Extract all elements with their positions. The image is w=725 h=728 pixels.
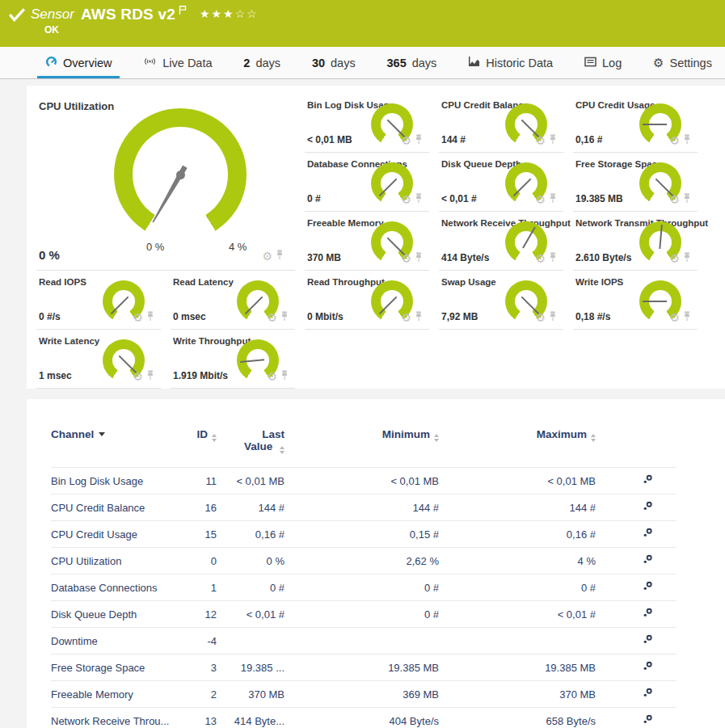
channel-panel[interactable]: Freeable Memory370 MB⚙ bbox=[305, 212, 429, 271]
pin-icon[interactable] bbox=[549, 251, 557, 266]
channel-settings-icon[interactable] bbox=[596, 494, 677, 521]
channel-panel[interactable]: Read Latency0 msec⚙ bbox=[171, 271, 295, 330]
tab-label: days bbox=[412, 57, 437, 69]
gear-icon[interactable]: ⚙ bbox=[262, 250, 272, 262]
channel-panel[interactable]: CPU Credit Balance144 #⚙ bbox=[439, 94, 563, 153]
channel-settings-icon[interactable] bbox=[596, 548, 677, 574]
gear-icon[interactable]: ⚙ bbox=[535, 312, 546, 323]
pin-icon[interactable] bbox=[146, 369, 154, 384]
tab-365-days[interactable]: 365days bbox=[382, 47, 442, 78]
channel-id-cell: 16 bbox=[172, 494, 217, 521]
gear-icon[interactable]: ⚙ bbox=[401, 194, 411, 205]
tab-live-data[interactable]: Live Data bbox=[138, 47, 217, 78]
tab-historic-data[interactable]: Historic Data bbox=[463, 47, 558, 78]
channel-name-cell[interactable]: CPU Credit Usage bbox=[51, 521, 172, 548]
pin-icon[interactable] bbox=[415, 192, 423, 207]
priority-flag-icon[interactable] bbox=[179, 4, 187, 19]
channel-name-cell[interactable]: Freeable Memory bbox=[51, 681, 172, 708]
gear-icon[interactable]: ⚙ bbox=[133, 312, 143, 323]
tab-label: Settings bbox=[670, 57, 712, 69]
gear-icon[interactable]: ⚙ bbox=[133, 371, 143, 382]
channel-settings-icon[interactable] bbox=[596, 654, 677, 681]
channel-name-cell[interactable]: CPU Credit Balance bbox=[51, 494, 172, 521]
priority-star-rating[interactable]: ★★★☆☆ bbox=[200, 7, 259, 20]
channel-settings-icon[interactable] bbox=[596, 681, 677, 708]
pin-icon[interactable] bbox=[415, 133, 423, 148]
tab-settings[interactable]: ⚙Settings bbox=[648, 47, 717, 78]
gear-icon[interactable]: ⚙ bbox=[401, 253, 411, 264]
pin-icon[interactable] bbox=[280, 310, 289, 325]
channel-minimum-cell: 0,15 # bbox=[285, 521, 439, 548]
channel-id-cell: 11 bbox=[172, 468, 217, 494]
pin-icon[interactable] bbox=[549, 133, 557, 148]
gear-icon[interactable]: ⚙ bbox=[535, 253, 546, 264]
gear-icon[interactable]: ⚙ bbox=[669, 135, 680, 146]
channel-panel[interactable]: Network Transmit Throughput2.610 Byte/s⚙ bbox=[573, 212, 698, 271]
column-header-maximum[interactable]: Maximum bbox=[439, 428, 596, 468]
channel-name-cell[interactable]: Database Connections bbox=[51, 574, 172, 601]
tab-2-days[interactable]: 2days bbox=[238, 47, 285, 78]
channel-settings-icon[interactable] bbox=[596, 628, 677, 654]
pin-icon[interactable] bbox=[549, 310, 557, 325]
channel-panel[interactable]: Swap Usage7,92 MB⚙ bbox=[439, 271, 563, 330]
pin-icon[interactable] bbox=[683, 133, 691, 148]
channel-last-value: 144 # bbox=[441, 134, 466, 145]
column-header-channel[interactable]: Channel bbox=[51, 428, 172, 468]
channel-last-value: 0 #/s bbox=[39, 311, 61, 322]
gear-icon[interactable]: ⚙ bbox=[669, 312, 680, 323]
channel-settings-icon[interactable] bbox=[596, 601, 677, 628]
channel-maximum-cell bbox=[439, 628, 596, 654]
pin-icon[interactable] bbox=[415, 251, 423, 266]
channel-panel-cpu-utilization[interactable]: CPU Utilization 0 % 4 % 0 % ⚙ bbox=[36, 94, 295, 271]
channel-name-cell[interactable]: CPU Utilization bbox=[51, 548, 172, 574]
channel-settings-icon[interactable] bbox=[596, 521, 677, 548]
tab-log[interactable]: Log bbox=[580, 47, 626, 78]
gear-icon[interactable]: ⚙ bbox=[267, 312, 277, 323]
column-header-id[interactable]: ID bbox=[172, 428, 217, 468]
tab-overview[interactable]: Overview bbox=[40, 47, 116, 78]
gear-icon[interactable]: ⚙ bbox=[669, 194, 680, 205]
channel-name-cell[interactable]: Disk Queue Depth bbox=[51, 601, 172, 628]
channel-name-cell[interactable]: Free Storage Space bbox=[51, 654, 172, 681]
channel-name-cell[interactable]: Network Receive Throu... bbox=[51, 708, 172, 728]
pin-icon[interactable] bbox=[276, 249, 284, 263]
pin-icon[interactable] bbox=[683, 310, 691, 325]
channel-panel[interactable]: Disk Queue Depth< 0,01 #⚙ bbox=[439, 153, 563, 212]
gear-icon[interactable]: ⚙ bbox=[535, 194, 546, 205]
gear-icon[interactable]: ⚙ bbox=[535, 135, 546, 146]
pin-icon[interactable] bbox=[549, 192, 557, 207]
pin-icon[interactable] bbox=[280, 369, 289, 384]
channel-panel[interactable]: Write Throughput1.919 Mbit/s⚙ bbox=[171, 330, 295, 389]
channel-panel[interactable]: Free Storage Space19.385 MB⚙ bbox=[573, 153, 698, 212]
pin-icon[interactable] bbox=[683, 251, 691, 266]
channel-panel[interactable]: Database Connections0 #⚙ bbox=[305, 153, 429, 212]
sort-icon bbox=[434, 434, 439, 442]
gear-icon[interactable]: ⚙ bbox=[267, 371, 277, 382]
channel-panel[interactable]: Write Latency1 msec⚙ bbox=[36, 330, 161, 389]
column-header-minimum[interactable]: Minimum bbox=[285, 428, 439, 468]
channel-settings-icon[interactable] bbox=[596, 468, 677, 494]
channel-panel[interactable]: Network Receive Throughput414 Byte/s⚙ bbox=[439, 212, 563, 271]
channel-panel[interactable]: Read IOPS0 #/s⚙ bbox=[36, 271, 161, 330]
channel-name-cell[interactable]: Downtime bbox=[51, 628, 172, 654]
table-row: CPU Credit Balance16144 #144 #144 # bbox=[51, 494, 677, 521]
gauge-scale-max: 4 % bbox=[229, 241, 247, 253]
pin-icon[interactable] bbox=[415, 310, 423, 325]
channel-last-value: 19.385 MB bbox=[575, 193, 623, 204]
sort-icon bbox=[591, 434, 596, 442]
channel-settings-icon[interactable] bbox=[596, 708, 677, 728]
channel-panel[interactable]: Read Throughput0 Mbit/s⚙ bbox=[305, 271, 429, 330]
gear-icon[interactable]: ⚙ bbox=[401, 312, 411, 323]
column-header-last-value[interactable]: Last Value bbox=[217, 428, 285, 468]
pin-icon[interactable] bbox=[146, 310, 154, 325]
gear-icon[interactable]: ⚙ bbox=[669, 253, 680, 264]
channel-panel[interactable]: Write IOPS0,18 #/s⚙ bbox=[573, 271, 698, 330]
channel-panel[interactable]: CPU Credit Usage0,16 #⚙ bbox=[573, 94, 698, 153]
channel-settings-icon[interactable] bbox=[596, 574, 677, 601]
channel-name-cell[interactable]: Bin Log Disk Usage bbox=[51, 468, 172, 494]
table-row: Free Storage Space319.385 ...19.385 MB19… bbox=[51, 654, 677, 681]
tab-30-days[interactable]: 30days bbox=[307, 47, 360, 78]
channel-panel[interactable]: Bin Log Disk Usage< 0,01 MB⚙ bbox=[305, 94, 429, 153]
pin-icon[interactable] bbox=[683, 192, 691, 207]
gear-icon[interactable]: ⚙ bbox=[401, 135, 411, 146]
